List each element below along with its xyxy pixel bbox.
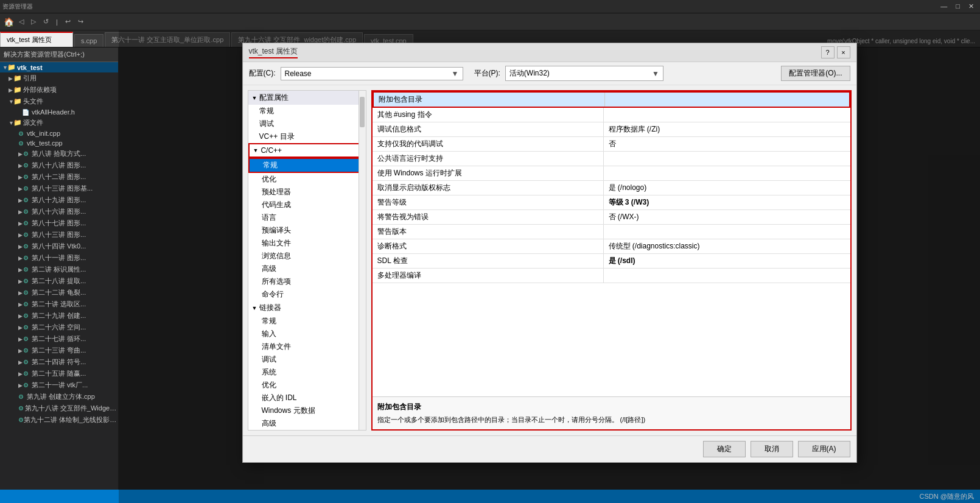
props-row-warnver: 警告版本 [373, 225, 850, 239]
dialog-close-button[interactable]: × [837, 46, 850, 58]
tree-item-lec22[interactable]: ▶ ⚙ 第二十二讲 龟裂... [17, 287, 118, 298]
tree-item-debug[interactable]: 调试 [248, 118, 366, 130]
platform-select[interactable]: 活动(Win32) ▼ [505, 66, 663, 81]
tree-item-output-files[interactable]: 输出文件 [248, 237, 366, 250]
tree-item-lec29[interactable]: ▶ ⚙ 第二十九讲 创建... [17, 310, 118, 322]
tree-item-lec88[interactable]: ▶ ⚙ 第八十八讲 图形... [17, 160, 118, 171]
tree-item-lec98[interactable]: ⚙ 第九十八讲 交互部件_Widget的创建.cpp [17, 403, 118, 414]
tree-item-linker-advanced[interactable]: 高级 [248, 417, 366, 430]
tree-item-sources[interactable]: ▼ 📁 源文件 [0, 117, 118, 128]
toolbar-redo[interactable]: ↪ [75, 16, 86, 27]
tree-item-linker-general[interactable]: 常规 [248, 315, 366, 328]
tree-item-lec2[interactable]: ▶ ⚙ 第二讲 标识属性... [17, 264, 118, 275]
tree-item-lec8[interactable]: ▶ ⚙ 第八讲 拾取方式... [17, 148, 118, 160]
tree-item-cpp-section[interactable]: ▼ C/C++ [248, 143, 366, 158]
tree-item-pch[interactable]: 预编译头 [248, 224, 366, 237]
tree-item-headers[interactable]: ▼ 📁 头文件 [0, 96, 118, 107]
props-val-warnver [604, 225, 850, 239]
tab-properties[interactable]: vtk_test 属性页 [0, 32, 73, 47]
ok-button[interactable]: 确定 [703, 441, 746, 457]
tree-item-linker-manifest[interactable]: 清单文件 [248, 340, 366, 353]
tree-item-lec89[interactable]: ▶ ⚙ 第八十九讲 图形... [17, 194, 118, 206]
props-val-clr [604, 152, 850, 166]
tree-item-linker-system[interactable]: 系统 [248, 366, 366, 379]
tree-item-lec25[interactable]: ▶ ⚙ 第二十五讲 随赢... [17, 368, 118, 379]
tree-item-linker-input[interactable]: 输入 [248, 328, 366, 340]
tree-item-all-options[interactable]: 所有选项 [248, 275, 366, 288]
tree-item-external[interactable]: ▶ 📁 外部依赖项 [0, 84, 118, 96]
tree-item-lec23[interactable]: ▶ ⚙ 第二十三讲 弯曲... [17, 345, 118, 356]
toolbar-refresh[interactable]: ↺ [41, 16, 51, 27]
tree-item-lec92[interactable]: ⚙ 第九十二讲 体绘制_光线投影+最大密度投影+等值面法.cpp [17, 414, 118, 426]
tree-item-linker-winmeta[interactable]: Windows 元数据 [248, 404, 366, 417]
tree-item-codegen[interactable]: 代码生成 [248, 199, 366, 211]
tree-item-vtk-test-cpp[interactable]: ⚙ vtk_test.cpp [17, 138, 118, 148]
toolbar-forward[interactable]: ▷ [29, 16, 38, 27]
config-select-arrow: ▼ [452, 69, 459, 78]
tree-item-vtk-test[interactable]: ▼ 📁 vtk_test [0, 62, 118, 72]
toolbar-back[interactable]: ◁ [16, 16, 26, 27]
tree-item-optimize[interactable]: 优化 [248, 173, 366, 186]
props-val-debug-format: 程序数据库 (/Zi) [604, 122, 850, 136]
tree-item-lec84[interactable]: ▶ ⚙ 第八十四讲 Vtk0... [17, 241, 118, 252]
tree-item-advanced[interactable]: 高级 [248, 262, 366, 275]
config-manager-button[interactable]: 配置管理器(O)... [781, 66, 850, 81]
tab-s-cpp[interactable]: s.cpp [74, 34, 103, 47]
props-row-include-dirs[interactable]: 附加包含目录 [373, 91, 850, 108]
props-row-debug-format: 调试信息格式 程序数据库 (/Zi) [373, 122, 850, 137]
props-val-warnlevel: 等级 3 (/W3) [604, 195, 850, 209]
props-row-justmycode: 支持仅我的代码调试 否 [373, 137, 850, 152]
props-row-nologo: 取消显示启动版权标志 是 (/nologo) [373, 181, 850, 195]
tree-item-lec26[interactable]: ▶ ⚙ 第二十六讲 空间... [17, 322, 118, 333]
toolbar-undo[interactable]: ↩ [63, 16, 73, 27]
props-row-warnlevel: 警告等级 等级 3 (/W3) [373, 195, 850, 210]
props-table: 附加包含目录 其他 #using 指令 调试信息格式 程序数据库 (/Zi) [373, 91, 850, 396]
toolbar-sep: | [54, 17, 60, 27]
tree-item-browse[interactable]: 浏览信息 [248, 250, 366, 262]
dialog-footer: 确定 取消 应用(A) [243, 435, 856, 462]
ide-maximize[interactable]: □ [952, 2, 964, 10]
tree-item-vtk-init[interactable]: ⚙ vtk_init.cpp [17, 128, 118, 138]
ide-close[interactable]: ✕ [965, 2, 978, 10]
apply-button[interactable]: 应用(A) [798, 441, 850, 457]
toolbar-home-icon[interactable]: 🏠 [4, 17, 14, 27]
tree-item-lec24[interactable]: ▶ ⚙ 第二十四讲 符号... [17, 356, 118, 368]
tree-scrollbar-thumb[interactable] [360, 97, 365, 127]
tree-item-cpp-general[interactable]: 常规 [248, 158, 366, 173]
tree-section-linker[interactable]: ▼ 链接器 [248, 301, 366, 315]
tree-item-lec82[interactable]: ▶ ⚙ 第八十二讲 图形... [17, 171, 118, 183]
tree-item-general[interactable]: 常规 [248, 105, 366, 118]
tree-scrollbar[interactable] [359, 91, 366, 430]
tree-item-language[interactable]: 语言 [248, 211, 366, 224]
tree-item-linker-optimize[interactable]: 优化 [248, 379, 366, 392]
tree-section-config[interactable]: ▼ 配置属性 [248, 91, 366, 105]
tree-item-preprocessor[interactable]: 预处理器 [248, 186, 366, 199]
description-section: 附加包含目录 指定一个或多个要添加到包含路径中的目录；当目录不止一个时，请用分号… [373, 396, 850, 430]
tree-item-vc-dirs[interactable]: VC++ 目录 [248, 130, 366, 143]
tree-item-lec83b[interactable]: ▶ ⚙ 第八十三讲 图形... [17, 229, 118, 241]
config-select[interactable]: Release ▼ [281, 67, 463, 80]
tree-item-linker-debug[interactable]: 调试 [248, 353, 366, 366]
dialog-help-button[interactable]: ? [821, 46, 835, 58]
tree-item-lec21[interactable]: ▶ ⚙ 第二十一讲 vtk厂... [17, 379, 118, 391]
tree-item-lec28[interactable]: ▶ ⚙ 第二十八讲 提取... [17, 275, 118, 287]
tree-item-lec9[interactable]: ⚙ 第九讲 创建立方体.cpp [17, 391, 118, 403]
ide-minimize[interactable]: — [937, 2, 951, 10]
props-val-sdl: 是 (/sdl) [604, 254, 850, 268]
props-row-warnerror: 将警告视为错误 否 (/WX-) [373, 210, 850, 225]
tree-item-ref[interactable]: ▶ 📁 引用 [0, 72, 118, 84]
cancel-button[interactable]: 取消 [751, 441, 793, 457]
config-row: 配置(C): Release ▼ 平台(P): 活动(Win32) ▼ 配置管理… [243, 62, 856, 85]
tree-item-lec20[interactable]: ▶ ⚙ 第二十讲 选取区... [17, 298, 118, 310]
tree-item-lec81[interactable]: ▶ ⚙ 第八十一讲 图形... [17, 252, 118, 264]
tree-item-vtkallheader[interactable]: 📄 vtkAllHeader.h [0, 107, 118, 117]
tree-item-lec27[interactable]: ▶ ⚙ 第二十七讲 循环... [17, 333, 118, 345]
props-key-nologo: 取消显示启动版权标志 [373, 181, 604, 195]
tree-item-cmdline[interactable]: 命令行 [248, 288, 366, 301]
tree-item-lec86[interactable]: ▶ ⚙ 第八十六讲 图形... [17, 206, 118, 217]
tree-item-lec83[interactable]: ▶ ⚙ 第八十三讲 图形基... [17, 183, 118, 194]
props-val-nologo: 是 (/nologo) [604, 181, 850, 195]
props-key-using: 其他 #using 指令 [373, 108, 604, 122]
tree-item-lec87[interactable]: ▶ ⚙ 第八十七讲 图形... [17, 217, 118, 229]
tree-item-linker-idl[interactable]: 嵌入的 IDL [248, 392, 366, 404]
